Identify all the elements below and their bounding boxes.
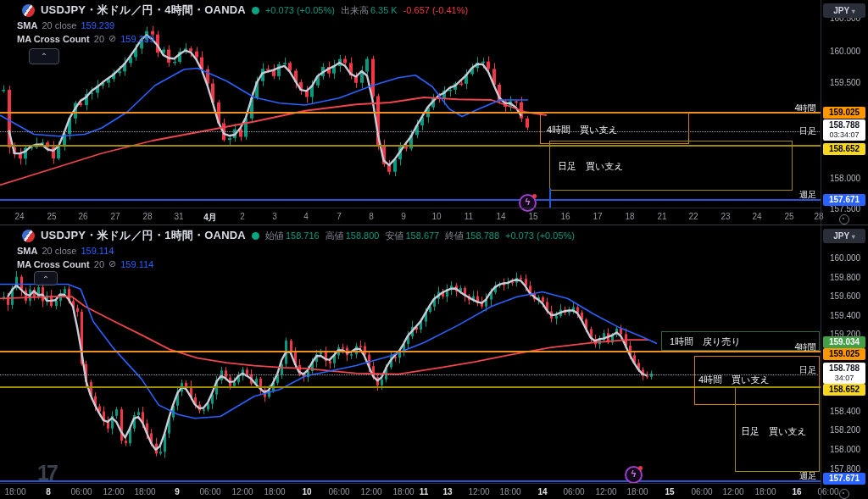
close-label: 終値 (445, 230, 464, 242)
price-change: +0.073 (+0.05%) (505, 230, 575, 241)
indicator-params: 20 close (42, 20, 76, 30)
collapse-indicators-button[interactable]: ⌃ (29, 48, 59, 64)
currency-button[interactable]: JPY ▾ (823, 229, 865, 243)
price-badge: 157.671 (823, 473, 865, 485)
zone-label: 日足 買い支え (741, 425, 807, 438)
symbol-logo-icon (22, 4, 35, 17)
currency-button[interactable]: JPY ▾ (823, 3, 865, 18)
high-label: 高値 (326, 230, 344, 242)
chart-panel-4h: 4時間日足週足4時間 買い支え日足 買い支えϟ 2425262728314月23… (0, 0, 868, 225)
indicator-value: 159.239 (81, 20, 114, 30)
level-label: 週足 (799, 470, 816, 482)
symbol-logo-icon (22, 230, 35, 242)
currency-label: JPY (833, 231, 849, 241)
current-price-badge: 158.78803:34:07 (823, 119, 865, 141)
indicator-params: 20 close (42, 246, 76, 256)
indicator-params: 20 (94, 34, 104, 44)
price-axis-4h[interactable]: JPY ▾ 160.500160.000159.500158.000157.50… (821, 0, 868, 225)
price-badge: 158.652 (823, 143, 865, 155)
market-status-dot[interactable] (252, 232, 259, 240)
time-axis-label: 18:00 (0, 487, 34, 496)
price-axis-label: 158.200 (830, 425, 860, 435)
price-axis-label: 160.000 (830, 253, 860, 263)
level-label: 週足 (799, 189, 816, 201)
indicator-value: 159.114 (120, 259, 153, 269)
volume-label: 出来高 (341, 4, 369, 17)
price-axis-1h[interactable]: JPY ▾ 160.000159.800159.600159.400159.20… (821, 225, 868, 499)
bar-countdown: 34:07 (823, 374, 865, 383)
clock-icon[interactable] (839, 489, 849, 499)
symbol-title[interactable]: USDJPY・米ドル／円・4時間・OANDA (41, 3, 246, 18)
collapse-indicators-button[interactable]: ⌃ (34, 271, 58, 286)
current-price-line (0, 131, 821, 132)
chevron-down-icon: ▾ (852, 233, 855, 241)
low-label: 安値 (385, 230, 403, 242)
indicator-name[interactable]: MA Cross Count (17, 259, 90, 269)
chart-header-4h: USDJPY・米ドル／円・4時間・OANDA +0.073 (+0.05%) 出… (0, 0, 468, 44)
market-status-dot[interactable] (252, 7, 259, 14)
price-badge: 158.652 (823, 384, 865, 396)
zone-label: 1時間 戻り売り (670, 335, 741, 348)
chart-panel-1h: 4時間日足週足1時間 戻り売り4時間 買い支え日足 買い支えϟ 18:00806… (0, 225, 868, 499)
horizontal-level-line[interactable] (0, 351, 821, 352)
open-value: 158.716 (286, 230, 320, 241)
time-axis-label: 8 (30, 487, 67, 496)
price-axis-label: 158.400 (830, 407, 860, 416)
circle-slash-icon: ⊘ (108, 33, 116, 44)
price-axis-label: 159.800 (830, 273, 860, 282)
price-badge: 157.671 (823, 194, 865, 206)
time-axis-label: 9 (385, 212, 422, 221)
level-label: 4時間 (794, 103, 816, 114)
price-badge: 159.025 (823, 348, 865, 360)
time-axis-1h[interactable]: 18:00806:0012:0018:00906:0012:0018:00100… (0, 483, 821, 499)
horizontal-level-line[interactable] (0, 480, 821, 482)
bar-countdown: 03:34:07 (823, 130, 865, 140)
indicator-value: 159.239 (120, 34, 154, 44)
price-axis-label: 160.000 (830, 47, 860, 56)
price-axis-label: 159.600 (830, 291, 860, 301)
panel-separator[interactable] (0, 225, 868, 225)
chevron-down-icon: ▾ (852, 8, 855, 15)
open-label: 始値 (265, 230, 284, 242)
price-badge: 159.034 (823, 336, 865, 348)
horizontal-level-line[interactable] (0, 199, 821, 201)
close-value: 158.788 (465, 230, 499, 241)
indicator-name[interactable]: SMA (17, 20, 37, 30)
indicator-name[interactable]: SMA (17, 246, 37, 256)
circle-slash-icon: ⊘ (108, 258, 116, 269)
price-badge: 159.025 (823, 107, 865, 119)
indicator-params: 20 (94, 259, 104, 269)
trading-app: 4時間日足週足4時間 買い支え日足 買い支えϟ 2425262728314月23… (0, 0, 868, 499)
time-axis-label: 4 (287, 212, 325, 221)
price-axis-label: 158.000 (830, 174, 860, 183)
currency-label: JPY (833, 6, 849, 15)
current-price: 158.788 (829, 363, 860, 373)
zone-label: 4時間 買い支え (698, 374, 770, 386)
volume-change: -0.657 (-0.41%) (403, 5, 468, 15)
level-label: 日足 (799, 125, 816, 137)
price-change: +0.073 (+0.05%) (265, 5, 335, 15)
economic-event-icon[interactable]: ϟ (625, 466, 643, 484)
price-axis-label: 159.400 (830, 311, 860, 320)
price-axis-label: 159.500 (830, 78, 860, 87)
symbol-title[interactable]: USDJPY・米ドル／円・1時間・OANDA (41, 228, 246, 243)
level-label: 日足 (799, 364, 816, 376)
indicator-value: 159.114 (81, 246, 114, 256)
low-value: 158.677 (405, 230, 439, 241)
clock-icon[interactable] (839, 214, 849, 225)
date-marker-line (549, 188, 551, 208)
indicator-name[interactable]: MA Cross Count (17, 34, 90, 44)
price-axis-label: 158.000 (830, 445, 860, 454)
level-label: 4時間 (794, 341, 816, 353)
time-axis-label: 9 (159, 487, 196, 496)
zone-label: 日足 買い支え (558, 160, 624, 173)
current-price-badge: 158.78834:07 (823, 363, 865, 384)
horizontal-level-line[interactable] (0, 112, 821, 114)
high-value: 158.800 (346, 230, 380, 241)
time-axis-4h[interactable]: 2425262728314月23478910111415161718212223… (0, 208, 821, 225)
volume-value: 6.35 K (370, 5, 398, 15)
current-price: 158.788 (829, 120, 860, 130)
chart-header-1h: USDJPY・米ドル／円・1時間・OANDA 始値 158.716 高値 158… (0, 225, 575, 269)
zone-label: 4時間 買い支え (547, 124, 618, 136)
